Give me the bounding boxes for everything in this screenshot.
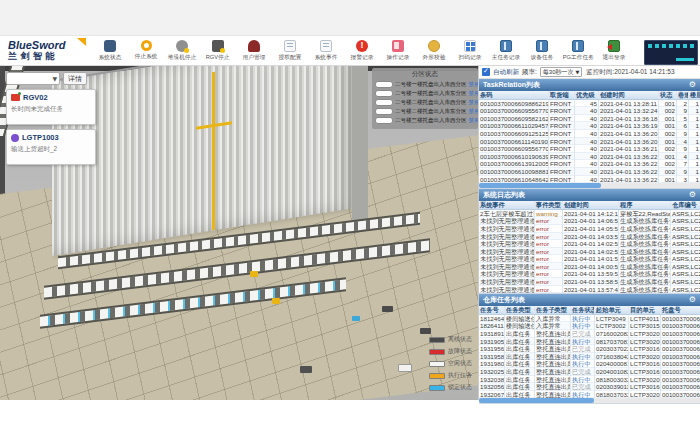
toolbar-stacker-stop[interactable]: 堆垛机停止 — [164, 40, 200, 62]
column-header[interactable]: 创建时间 — [599, 91, 659, 99]
table-row[interactable]: 1932056出库任务整托直连出库已完成0203039011LCTP301600… — [479, 383, 700, 391]
column-header[interactable]: 任务状态 — [571, 306, 595, 314]
alert-card-lgtp1003[interactable]: LGTP1003输送上货超时_2 — [6, 129, 96, 165]
table-row[interactable]: 00100370006609556770FRONT402021-04-01 13… — [479, 145, 700, 153]
toolbar-user-management[interactable]: 用户管理 — [236, 40, 272, 62]
horizontal-scrollbar[interactable] — [479, 183, 700, 188]
zone-toggle[interactable] — [375, 90, 393, 97]
table-row[interactable]: 1931980出库任务整托直连出库执行中0204000081LCTP301600… — [479, 360, 700, 368]
column-header[interactable]: 取货端 — [549, 91, 575, 99]
column-header[interactable]: 起始单元 — [595, 306, 629, 314]
table-row[interactable]: 1932025出库任务整托直连出库已完成0204001082LCTP301600… — [479, 368, 700, 376]
toolbar-main-task-records[interactable]: 主任务记录 — [488, 40, 524, 62]
scrollbar-thumb[interactable] — [479, 398, 594, 403]
table-row[interactable]: 00100370006613912005FRONT402021-04-01 13… — [479, 160, 700, 168]
panel-settings-icon[interactable]: ⚙ — [689, 81, 696, 89]
zone-toggle[interactable] — [375, 99, 393, 106]
horizontal-scrollbar[interactable] — [479, 398, 700, 403]
table-row[interactable]: 未找到无用整理通道error2021-04-01 13:57:49生成系统拣库任… — [479, 286, 700, 294]
table-cell: 002 — [659, 107, 677, 115]
toolbar-config[interactable]: 授权配置 — [272, 40, 308, 62]
column-header[interactable]: 目的单元 — [629, 306, 661, 314]
table-row[interactable]: 1826411楼间输送任务入库异常执行中LCTP3002LCTP30150010… — [479, 322, 700, 330]
warehouse-3d-viewport[interactable]: ▼ 详情 RGV02长时间未完成任务LGTP1003输送上货超时_2 分区状态 … — [0, 66, 478, 400]
zone-toggle[interactable] — [375, 81, 393, 88]
table-row[interactable]: 00100370006610648642FRONT402021-04-01 13… — [479, 176, 700, 184]
column-header[interactable]: 任务类型 — [505, 306, 535, 314]
column-header[interactable]: 程序 — [619, 201, 671, 209]
table-row[interactable]: 00100370006609886219FRONT452021-04-01 13… — [479, 100, 700, 108]
toolbar-device-task[interactable]: 设备任务 — [524, 40, 560, 62]
toolbar-system-events[interactable]: 系统事件 — [308, 40, 344, 62]
column-header[interactable]: 巷道 — [677, 91, 689, 99]
table-cell: 整托直连出库 — [535, 368, 571, 376]
table-row[interactable]: 未找到无用整理通道error2021-04-01 14:02:55生成系统拣库任… — [479, 248, 700, 256]
column-header[interactable]: 优先级 — [575, 91, 599, 99]
toolbar-rgv-stop[interactable]: RGV停止 — [200, 40, 236, 62]
column-header[interactable]: 楼层 — [689, 91, 700, 99]
column-header[interactable]: 条码 — [479, 91, 549, 99]
scrollbar-thumb[interactable] — [479, 183, 601, 188]
zone-toggle[interactable] — [375, 108, 393, 115]
table-row[interactable]: 1812464楼间输送任务入库异常执行中LCTP3049LCTP40110010… — [479, 315, 700, 323]
table-row[interactable]: 未找到无用整理通道error2021-04-01 13:59:51生成系统拣库任… — [479, 270, 700, 278]
table-row[interactable]: 1932067出库任务整托直连出库执行中0818037032LCTP302000… — [479, 391, 700, 399]
table-row[interactable]: 未找到无用整理通道error2021-04-01 14:01:54生成系统拣库任… — [479, 255, 700, 263]
mini-monitor-window[interactable] — [644, 40, 698, 65]
toolbar-alarm-records[interactable]: 报警记录 — [344, 40, 380, 62]
panel-settings-icon[interactable]: ⚙ — [689, 296, 696, 304]
device-filter-select[interactable]: ▼ — [6, 72, 60, 85]
zone-toggle[interactable] — [375, 117, 393, 124]
table-row[interactable]: 未找到无用整理通道error2021-04-01 14:02:56生成系统拣库任… — [479, 240, 700, 248]
table-row[interactable]: 00100370006609582162FRONT402021-04-01 13… — [479, 115, 700, 123]
alert-card-rgv02[interactable]: RGV02长时间未完成任务 — [6, 89, 96, 125]
table-row[interactable]: 1931956出库任务整托直连出库已完成0203037022LCTP301600… — [479, 345, 700, 353]
toolbar-pg-task[interactable]: PG工作任务 — [560, 40, 596, 62]
auto-refresh-checkbox[interactable] — [482, 68, 490, 76]
table-row[interactable]: 未找到无用整理通道error2021-04-01 14:03:56生成系统拣库任… — [479, 233, 700, 241]
table-cell: 未找到无用整理通道 — [479, 255, 535, 263]
detail-button[interactable]: 详情 — [63, 72, 87, 85]
table-cell: error — [535, 278, 563, 286]
table-row[interactable]: 00100370006611140190FRONT402021-04-01 13… — [479, 138, 700, 146]
table-row[interactable]: 1931905出库任务整托直连出库执行中0817037081LCTP302000… — [479, 338, 700, 346]
toolbar-system-status[interactable]: 系统状态 — [92, 40, 128, 62]
zone-disable-link[interactable]: 禁用 — [469, 99, 479, 106]
column-header[interactable]: 系统事件 — [479, 201, 535, 209]
column-header[interactable]: 任务号 — [479, 306, 505, 314]
toolbar-scan-records[interactable]: 扫码记录 — [452, 40, 488, 62]
table-row[interactable]: 00100370006610190639FRONT402021-04-01 13… — [479, 153, 700, 161]
table-cell: 2021-04-01 14:02:56 — [563, 240, 619, 248]
toolbar-shape-check[interactable]: 外形校验 — [416, 40, 452, 62]
column-header[interactable]: 仓库编号 — [671, 201, 700, 209]
toolbar-exit[interactable]: 退出登录 — [596, 40, 632, 62]
zone-disable-link[interactable]: 禁用 — [469, 108, 479, 115]
zone-disable-link[interactable]: 禁用 — [469, 90, 479, 97]
table-row[interactable]: 00100370006611029457FRONT402021-04-01 13… — [479, 122, 700, 130]
frequency-select[interactable]: 每30秒一次▼ — [540, 67, 583, 77]
zone-disable-link[interactable]: 禁用 — [469, 117, 479, 124]
table-row[interactable]: 1931958出库任务整托直连出库执行中0716038042LCTP302000… — [479, 353, 700, 361]
table-row[interactable]: 未找到无用整理通道error2021-04-01 14:06:57生成系统拣库任… — [479, 217, 700, 225]
table-row[interactable]: 未找到无用整理通道error2021-04-01 13:58:50生成系统拣库任… — [479, 278, 700, 286]
table-cell: 6 — [677, 122, 689, 130]
table-row[interactable]: 未找到无用整理通道error2021-04-01 14:05:56生成系统拣库任… — [479, 225, 700, 233]
table-row[interactable]: 1931891出库任务整托直连出库已完成0716002082LCTP302000… — [479, 330, 700, 338]
panel-settings-icon[interactable]: ⚙ — [689, 191, 696, 199]
column-header[interactable]: 任务子类型 — [535, 306, 571, 314]
column-header[interactable]: 托盘号 — [661, 306, 700, 314]
zone-disable-link[interactable]: 禁用 — [469, 81, 479, 88]
toolbar-stop-system[interactable]: 停止系统 — [128, 40, 164, 61]
table-row[interactable]: 未找到无用整理通道error2021-04-01 14:00:52生成系统拣库任… — [479, 263, 700, 271]
table-row[interactable]: 2车七层穿梭车超过读写时限warning2021-04-01 14:12:12穿… — [479, 210, 700, 218]
toolbar-operation-records[interactable]: 操作记录 — [380, 40, 416, 62]
table-row[interactable]: 00100370006609125125FRONT402021-04-01 13… — [479, 130, 700, 138]
column-header[interactable]: 状态 — [659, 91, 677, 99]
table-row[interactable]: 1932038出库任务整托直连出库执行中0818003032LCTP302000… — [479, 376, 700, 384]
column-header[interactable]: 创建时间 — [563, 201, 619, 209]
toolbar-item-label: 停止系统 — [135, 52, 158, 61]
logo-flag-icon — [77, 38, 86, 46]
table-row[interactable]: 00100370006609556770FRONT402021-04-01 13… — [479, 107, 700, 115]
column-header[interactable]: 事件类型 — [535, 201, 563, 209]
table-row[interactable]: 00100370006610098881FRONT402021-04-01 13… — [479, 168, 700, 176]
